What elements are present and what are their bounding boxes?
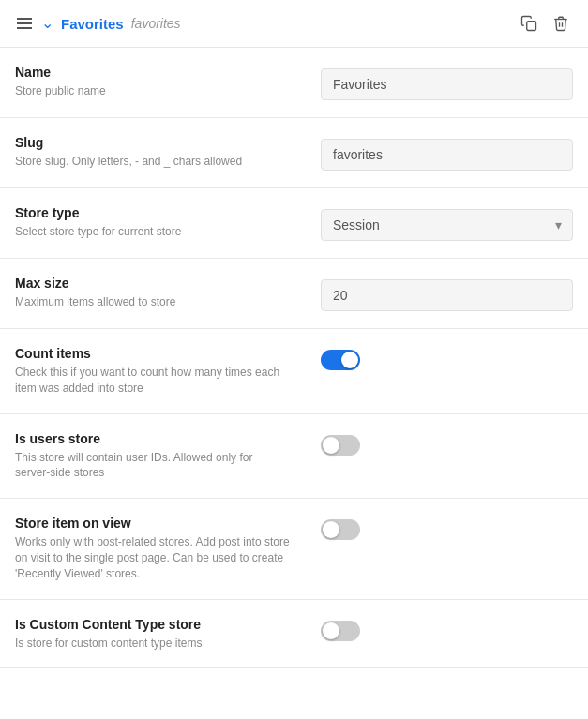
header: ⌄ Favorites favorites bbox=[0, 0, 588, 48]
field-row-store_item_on_view: Store item on viewWorks only with post-r… bbox=[0, 499, 588, 599]
toggle-is_users_store[interactable] bbox=[321, 435, 360, 456]
field-label-max_size: Max size bbox=[15, 276, 291, 291]
input-slug[interactable] bbox=[321, 139, 573, 171]
field-row-count_items: Count itemsCheck this if you want to cou… bbox=[0, 329, 588, 414]
hamburger-icon[interactable] bbox=[15, 16, 34, 31]
field-label-name: Name bbox=[15, 65, 291, 80]
field-row-slug: SlugStore slug. Only letters, - and _ ch… bbox=[0, 118, 588, 188]
select-store_type[interactable]: SessionCookieDatabase bbox=[321, 209, 573, 241]
copy-button[interactable] bbox=[517, 11, 541, 36]
svg-rect-0 bbox=[527, 22, 536, 31]
delete-button[interactable] bbox=[549, 11, 573, 36]
field-label-slug: Slug bbox=[15, 135, 291, 150]
field-row-name: NameStore public name bbox=[0, 48, 588, 118]
toggle-is_custom_content_type[interactable] bbox=[321, 621, 360, 641]
toggle-count_items[interactable] bbox=[321, 350, 360, 370]
header-subtitle: favorites bbox=[131, 16, 181, 31]
chevron-down-icon: ⌄ bbox=[41, 16, 53, 31]
field-desc-slug: Store slug. Only letters, - and _ chars … bbox=[15, 154, 291, 170]
field-label-is_custom_content_type: Is Custom Content Type store bbox=[15, 617, 291, 632]
field-row-max_size: Max sizeMaximum items allowed to store bbox=[0, 259, 588, 329]
field-row-store_type: Store typeSelect store type for current … bbox=[0, 188, 588, 259]
header-title: Favorites bbox=[61, 16, 124, 32]
field-label-store_item_on_view: Store item on view bbox=[15, 516, 291, 531]
input-max_size[interactable] bbox=[321, 279, 573, 311]
field-desc-is_custom_content_type: Is store for custom content type items bbox=[15, 636, 291, 652]
field-desc-name: Store public name bbox=[15, 83, 291, 99]
select-wrapper-store_type: SessionCookieDatabase bbox=[321, 209, 573, 241]
input-name[interactable] bbox=[321, 68, 573, 100]
field-desc-max_size: Maximum items allowed to store bbox=[15, 294, 291, 310]
field-desc-is_users_store: This store will contain user IDs. Allowe… bbox=[15, 450, 291, 482]
field-label-is_users_store: Is users store bbox=[15, 431, 291, 446]
toggle-store_item_on_view[interactable] bbox=[321, 519, 360, 540]
field-label-store_type: Store type bbox=[15, 205, 291, 220]
content: NameStore public nameSlugStore slug. Onl… bbox=[0, 48, 588, 668]
field-label-count_items: Count items bbox=[15, 346, 291, 361]
field-desc-count_items: Check this if you want to count how many… bbox=[15, 365, 291, 397]
field-desc-store_type: Select store type for current store bbox=[15, 224, 291, 240]
field-row-is_custom_content_type: Is Custom Content Type storeIs store for… bbox=[0, 600, 588, 669]
field-row-is_users_store: Is users storeThis store will contain us… bbox=[0, 414, 588, 500]
field-desc-store_item_on_view: Works only with post-related stores. Add… bbox=[15, 534, 291, 581]
